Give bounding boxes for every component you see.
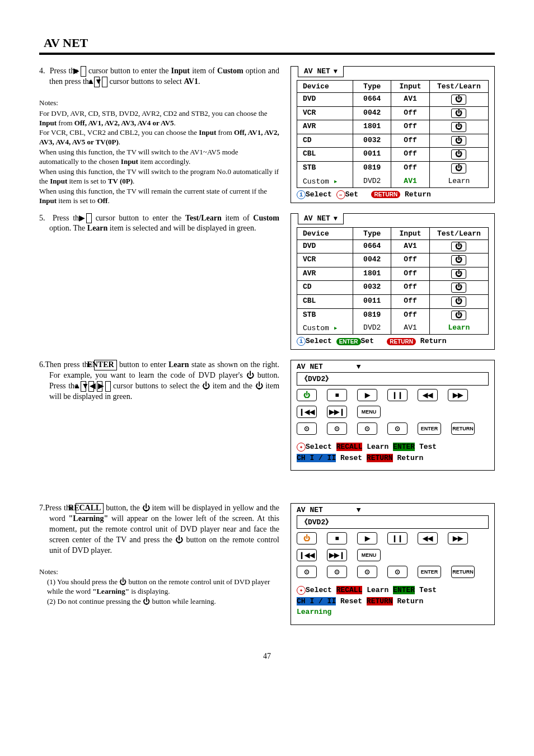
disc-button[interactable]: ⊙ [387, 422, 407, 435]
table-row: CD0032Off⏻ [297, 281, 488, 295]
col-test: Test/Learn [430, 81, 488, 92]
enter-button[interactable]: ENTER [418, 422, 441, 435]
power-icon: ⏻ [451, 269, 466, 279]
chevron-down-icon: ▼ [357, 506, 361, 514]
power-icon: ⏻ [451, 95, 466, 105]
page-number: 47 [39, 652, 495, 661]
power-icon: ⏻ [246, 371, 254, 379]
pause-button[interactable]: ❙❙ [387, 389, 407, 401]
play-button[interactable]: ▶ [357, 389, 377, 401]
disc-button[interactable]: ⊙ [387, 566, 407, 578]
return-pill: RETURN [387, 338, 416, 345]
power-icon: ⏻ [255, 382, 263, 390]
cursor-down-icon: ▼ [102, 77, 107, 87]
disc-button[interactable]: ⊙ [327, 566, 347, 578]
menu-button[interactable]: MENU [357, 406, 381, 418]
enter-pill: ENTER [336, 338, 361, 345]
col-input: Input [391, 228, 429, 240]
avnet-panel-1: AV NET▼ Device Type Input Test/Learn DVD… [291, 66, 495, 203]
table-row: CBL0011Off⏻ [297, 295, 488, 309]
col-device: Device [297, 228, 353, 240]
enter-key: ENTER [94, 360, 116, 370]
power-icon: ⏻ [451, 136, 466, 146]
table-row: VCR0042Off⏻ [297, 107, 488, 121]
power-button[interactable]: ⏻ [297, 389, 317, 401]
next-button[interactable]: ▶▶❙ [327, 406, 347, 418]
ffwd-button[interactable]: ▶▶ [448, 389, 468, 401]
panel-tab: AV NET▼ [298, 213, 344, 224]
table-row: DVD0664AV1⏻ [297, 240, 488, 254]
prev-button[interactable]: ❙◀◀ [297, 406, 317, 418]
info-icon: i [297, 190, 306, 199]
col-test: Test/Learn [430, 228, 488, 240]
col-device: Device [297, 81, 353, 92]
step-7-notes: Notes: (1) You should press the ⏻ button… [39, 567, 279, 607]
power-icon: ⏻ [451, 297, 466, 307]
recall-pill: RECALL [336, 586, 363, 594]
return-pill: RETURN [367, 454, 393, 462]
table-row: CBL0011Off⏻ [297, 148, 488, 162]
play-indicator-icon: ▸ [334, 324, 338, 332]
play-indicator-icon: ▸ [334, 177, 338, 186]
table-row: STB0819Off⏻ [297, 162, 488, 175]
disc-button[interactable]: ⊙ [357, 422, 377, 435]
chevron-down-icon: ▼ [357, 363, 361, 371]
nav-icon: ✦ [297, 586, 306, 595]
learn-panel-2: AV NET▼ 《DVD2》 ⏻ ■ ▶ ❙❙ ◀◀ ▶▶ ❙◀◀ ▶▶❙ [291, 503, 495, 625]
col-input: Input [391, 81, 429, 92]
rewind-button[interactable]: ◀◀ [418, 389, 438, 401]
power-icon: ⏻ [451, 242, 466, 252]
prev-button[interactable]: ❙◀◀ [297, 549, 317, 561]
stop-button[interactable]: ■ [327, 389, 347, 401]
play-button[interactable]: ▶ [357, 532, 377, 544]
return-button[interactable]: RETURN [451, 422, 475, 435]
rewind-button[interactable]: ◀◀ [418, 532, 438, 544]
power-icon: ⏻ [143, 597, 150, 605]
table-row: STB0819Off⏻ [297, 309, 488, 322]
step-4-notes: Notes: For DVD, AVR, CD, STB, DVD2, AVR2… [39, 98, 279, 206]
disc-button[interactable]: ⊙ [297, 566, 317, 578]
enter-pill: ENTER [393, 586, 415, 594]
cursor-right-icon: ▶ [105, 381, 111, 392]
chi-pill: CH I / II [297, 454, 336, 462]
device-label: 《DVD2》 [297, 515, 489, 529]
power-icon: ⏻ [451, 149, 466, 159]
power-icon: ⏻ [451, 109, 466, 119]
enter-pill: ENTER [393, 443, 415, 451]
power-icon: ⏻ [451, 311, 466, 321]
disc-button[interactable]: ⊙ [357, 566, 377, 578]
power-icon: ⏻ [451, 255, 466, 265]
cursor-right-icon: ▶ [86, 213, 92, 224]
learn-panel-1: AV NET▼ 《DVD2》 ⏻ ■ ▶ ❙❙ ◀◀ ▶▶ ❙◀◀ ▶▶❙ [291, 360, 495, 471]
minus-icon: – [336, 190, 345, 199]
step-4-text: 4. Press the ▶ cursor button to enter th… [39, 66, 279, 87]
stop-button[interactable]: ■ [327, 532, 347, 544]
table-row: AVR1801Off⏻ [297, 267, 488, 281]
cursor-right-icon: ▶ [81, 66, 86, 77]
power-icon: ⏻ [451, 283, 466, 293]
return-pill: RETURN [367, 597, 393, 605]
enter-button[interactable]: ENTER [418, 566, 441, 578]
nav-icon: ✦ [297, 443, 306, 452]
chevron-down-icon: ▼ [334, 68, 338, 76]
disc-button[interactable]: ⊙ [327, 422, 347, 435]
power-icon: ⏻ [142, 504, 150, 512]
col-type: Type [353, 228, 391, 240]
recall-pill: RECALL [336, 443, 363, 451]
menu-button[interactable]: MENU [357, 549, 381, 561]
ffwd-button[interactable]: ▶▶ [448, 532, 468, 544]
info-icon: i [297, 337, 306, 346]
pause-button[interactable]: ❙❙ [387, 532, 407, 544]
table-row: VCR0042Off⏻ [297, 253, 488, 267]
next-button[interactable]: ▶▶❙ [327, 549, 347, 561]
power-icon: ⏻ [202, 382, 210, 390]
panel-tab: AV NET▼ [298, 66, 344, 77]
page-title: AV NET [39, 34, 495, 53]
return-pill: RETURN [371, 191, 400, 198]
return-button[interactable]: RETURN [451, 566, 475, 578]
power-icon: ⏻ [451, 163, 466, 173]
power-button[interactable]: ⏻ [297, 532, 317, 544]
chi-pill: CH I / II [297, 597, 336, 605]
disc-button[interactable]: ⊙ [297, 422, 317, 435]
step-5-text: 5. Press the ▶ cursor button to enter th… [39, 213, 279, 234]
